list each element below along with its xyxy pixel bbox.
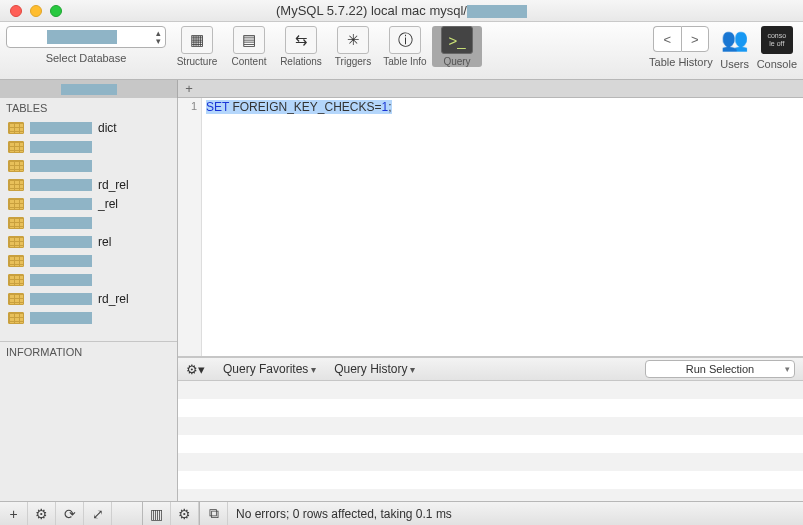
tables-list: dictrd_rel_relrelrd_rel (0, 118, 177, 341)
query-history-menu[interactable]: Query History (334, 362, 415, 376)
table-row[interactable] (0, 156, 177, 175)
line-gutter: 1 (178, 98, 202, 356)
table-suffix: dict (98, 121, 117, 135)
status-bar: + ⚙︎ ⟳ ⤢ ▥ ⚙︎ ⧉ No errors; 0 rows affect… (0, 501, 803, 525)
redacted-table-name (30, 293, 92, 305)
database-select-label: Select Database (46, 52, 127, 64)
table-row[interactable]: rd_rel (0, 289, 177, 308)
redacted-db-name (467, 5, 527, 18)
information-header: INFORMATION (6, 346, 82, 358)
table-row[interactable]: _rel (0, 194, 177, 213)
structure-icon: ▦ (181, 26, 213, 54)
table-row[interactable] (0, 137, 177, 156)
toolbar-label: Relations (280, 56, 322, 67)
tableinfo-icon: ⓘ (389, 26, 421, 54)
toolbar-relations[interactable]: ⇆Relations (276, 26, 326, 67)
table-icon (8, 293, 24, 305)
redacted-table-name (30, 179, 92, 191)
redacted-table-name (30, 255, 92, 267)
toolbar-query[interactable]: >_Query (432, 26, 482, 67)
table-row[interactable]: dict (0, 118, 177, 137)
table-icon (8, 160, 24, 172)
toolbar-label: Structure (177, 56, 218, 67)
table-suffix: rd_rel (98, 178, 129, 192)
table-icon (8, 141, 24, 153)
query-action-bar: ⚙︎▾ Query Favorites Query History Run Se… (178, 357, 803, 381)
table-suffix: rel (98, 235, 111, 249)
redacted-table-name (30, 312, 92, 324)
table-history-label: Table History (649, 56, 713, 68)
history-forward-button[interactable]: > (681, 26, 709, 52)
toolbar-tableinfo[interactable]: ⓘTable Info (380, 26, 430, 67)
redacted-table-name (30, 122, 92, 134)
table-row[interactable]: rd_rel (0, 175, 177, 194)
run-selection-button[interactable]: Run Selection (645, 360, 795, 378)
redacted-table-name (30, 274, 92, 286)
redacted-selected-db (47, 30, 117, 44)
console-label: Console (757, 58, 797, 70)
code-area[interactable]: SET FOREIGN_KEY_CHECKS=1; (202, 98, 803, 356)
toolbar-label: Table Info (383, 56, 426, 67)
copy-icon[interactable]: ⧉ (200, 502, 228, 526)
gear-icon[interactable]: ⚙︎▾ (186, 362, 205, 377)
add-button[interactable]: + (0, 502, 28, 526)
history-back-button[interactable]: < (653, 26, 681, 52)
query-editor[interactable]: 1 SET FOREIGN_KEY_CHECKS=1; (178, 98, 803, 357)
triggers-icon: ✳ (337, 26, 369, 54)
table-suffix: _rel (98, 197, 118, 211)
content-icon: ▤ (233, 26, 265, 54)
table-row[interactable] (0, 251, 177, 270)
table-history-nav: < > (653, 26, 709, 52)
table-icon (8, 122, 24, 134)
users-icon[interactable]: 👥 (719, 26, 751, 54)
table-icon (8, 312, 24, 324)
toolbar-content[interactable]: ▤Content (224, 26, 274, 67)
status-message: No errors; 0 rows affected, taking 0.1 m… (228, 507, 452, 521)
updown-icon: ▴▾ (156, 29, 161, 45)
redacted-table-name (30, 160, 92, 172)
gear-icon[interactable]: ⚙︎ (28, 502, 56, 526)
query-favorites-menu[interactable]: Query Favorites (223, 362, 316, 376)
database-select[interactable]: ▴▾ (6, 26, 166, 48)
relations-icon: ⇆ (285, 26, 317, 54)
table-icon (8, 236, 24, 248)
table-icon (8, 179, 24, 191)
users-label: Users (720, 58, 749, 70)
connection-tab[interactable] (0, 80, 178, 98)
information-panel: INFORMATION (0, 341, 177, 501)
refresh-icon[interactable]: ⟳ (56, 502, 84, 526)
toolbar: ▴▾ Select Database ▦Structure▤Content⇆Re… (0, 22, 803, 80)
redacted-table-name (30, 198, 92, 210)
table-row[interactable] (0, 308, 177, 327)
toolbar-structure[interactable]: ▦Structure (172, 26, 222, 67)
results-pane (178, 381, 803, 501)
console-icon[interactable]: console off (761, 26, 793, 54)
toolbar-triggers[interactable]: ✳Triggers (328, 26, 378, 67)
settings-icon[interactable]: ⚙︎ (171, 502, 199, 526)
titlebar: (MySQL 5.7.22) local mac mysql/ (0, 0, 803, 22)
table-icon (8, 255, 24, 267)
table-row[interactable]: rel (0, 232, 177, 251)
sidebar: TABLES dictrd_rel_relrelrd_rel INFORMATI… (0, 98, 178, 501)
expand-icon[interactable]: ⤢ (84, 502, 112, 526)
toolbar-label: Content (231, 56, 266, 67)
redacted-table-name (30, 141, 92, 153)
toolbar-label: Query (443, 56, 470, 67)
add-tab-button[interactable]: + (178, 80, 200, 97)
table-icon (8, 274, 24, 286)
window-title: (MySQL 5.7.22) local mac mysql/ (0, 3, 803, 18)
table-icon (8, 198, 24, 210)
redacted-tab-name (61, 84, 117, 95)
table-row[interactable] (0, 213, 177, 232)
toolbar-label: Triggers (335, 56, 371, 67)
query-icon: >_ (441, 26, 473, 54)
table-row[interactable] (0, 270, 177, 289)
tables-header: TABLES (0, 98, 177, 118)
table-icon (8, 217, 24, 229)
redacted-table-name (30, 217, 92, 229)
redacted-table-name (30, 236, 92, 248)
content-area: 1 SET FOREIGN_KEY_CHECKS=1; ⚙︎▾ Query Fa… (178, 98, 803, 501)
layout-icon[interactable]: ▥ (143, 502, 171, 526)
table-suffix: rd_rel (98, 292, 129, 306)
tab-strip: + (0, 80, 803, 98)
